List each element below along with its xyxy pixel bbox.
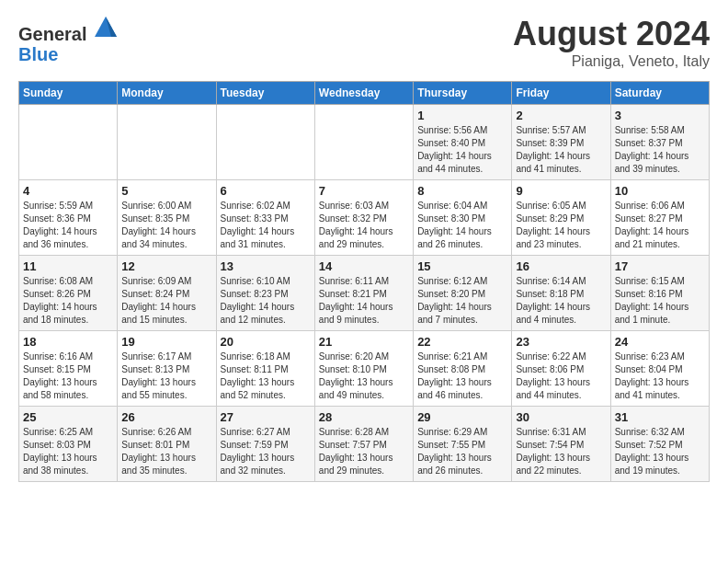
day-number: 7 [319, 184, 409, 198]
col-wednesday: Wednesday [314, 82, 413, 105]
day-number: 5 [121, 184, 211, 198]
logo-icon [93, 15, 119, 40]
cell-info: Sunrise: 6:12 AM Sunset: 8:20 PM Dayligh… [417, 275, 507, 327]
day-number: 12 [121, 259, 211, 273]
col-sunday: Sunday [19, 82, 118, 105]
day-number: 11 [23, 259, 113, 273]
header-row: Sunday Monday Tuesday Wednesday Thursday… [19, 82, 710, 105]
day-number: 28 [319, 410, 409, 424]
day-number: 16 [516, 259, 606, 273]
week-row-2: 4Sunrise: 5:59 AM Sunset: 8:36 PM Daylig… [19, 180, 710, 256]
col-thursday: Thursday [414, 82, 512, 105]
cell-info: Sunrise: 6:17 AM Sunset: 8:13 PM Dayligh… [121, 350, 211, 402]
title-block: August 2024 Pianiga, Veneto, Italy [513, 15, 710, 70]
day-number: 2 [516, 109, 606, 122]
calendar-cell: 6Sunrise: 6:02 AM Sunset: 8:33 PM Daylig… [216, 180, 314, 256]
calendar-cell: 28Sunrise: 6:28 AM Sunset: 7:57 PM Dayli… [314, 407, 413, 482]
cell-info: Sunrise: 6:09 AM Sunset: 8:24 PM Dayligh… [121, 275, 211, 327]
cell-info: Sunrise: 6:06 AM Sunset: 8:27 PM Dayligh… [615, 200, 705, 251]
cell-info: Sunrise: 6:25 AM Sunset: 8:03 PM Dayligh… [23, 426, 113, 477]
calendar-cell [216, 105, 314, 180]
day-number: 18 [23, 335, 113, 349]
day-number: 10 [615, 184, 705, 198]
cell-info: Sunrise: 6:14 AM Sunset: 8:18 PM Dayligh… [516, 275, 606, 327]
day-number: 30 [516, 410, 606, 424]
cell-info: Sunrise: 6:21 AM Sunset: 8:08 PM Dayligh… [417, 350, 507, 402]
cell-info: Sunrise: 6:03 AM Sunset: 8:32 PM Dayligh… [319, 200, 409, 251]
col-monday: Monday [118, 82, 216, 105]
day-number: 21 [319, 335, 409, 349]
day-number: 19 [121, 335, 211, 349]
logo: General Blue [18, 15, 119, 64]
day-number: 1 [417, 109, 507, 122]
calendar-cell: 26Sunrise: 6:26 AM Sunset: 8:01 PM Dayli… [118, 407, 216, 482]
day-number: 13 [221, 259, 311, 273]
cell-info: Sunrise: 6:08 AM Sunset: 8:26 PM Dayligh… [23, 275, 113, 327]
week-row-3: 11Sunrise: 6:08 AM Sunset: 8:26 PM Dayli… [19, 256, 710, 331]
cell-info: Sunrise: 6:11 AM Sunset: 8:21 PM Dayligh… [319, 275, 409, 327]
calendar-cell: 31Sunrise: 6:32 AM Sunset: 7:52 PM Dayli… [610, 407, 709, 482]
calendar-cell: 21Sunrise: 6:20 AM Sunset: 8:10 PM Dayli… [314, 331, 413, 407]
col-saturday: Saturday [610, 82, 709, 105]
week-row-5: 25Sunrise: 6:25 AM Sunset: 8:03 PM Dayli… [19, 407, 710, 482]
calendar-cell: 30Sunrise: 6:31 AM Sunset: 7:54 PM Dayli… [512, 407, 610, 482]
day-number: 4 [23, 184, 113, 198]
cell-info: Sunrise: 6:20 AM Sunset: 8:10 PM Dayligh… [319, 350, 409, 402]
cell-info: Sunrise: 6:26 AM Sunset: 8:01 PM Dayligh… [121, 426, 211, 477]
calendar-cell: 13Sunrise: 6:10 AM Sunset: 8:23 PM Dayli… [216, 256, 314, 331]
calendar-cell: 22Sunrise: 6:21 AM Sunset: 8:08 PM Dayli… [414, 331, 512, 407]
calendar-cell: 29Sunrise: 6:29 AM Sunset: 7:55 PM Dayli… [414, 407, 512, 482]
day-number: 14 [319, 259, 409, 273]
cell-info: Sunrise: 5:57 AM Sunset: 8:39 PM Dayligh… [516, 124, 606, 176]
calendar-cell [314, 105, 413, 180]
page: General Blue August 2024 Pianiga, Veneto… [0, 0, 728, 491]
calendar-cell: 3Sunrise: 5:58 AM Sunset: 8:37 PM Daylig… [610, 105, 709, 180]
calendar-cell: 10Sunrise: 6:06 AM Sunset: 8:27 PM Dayli… [610, 180, 709, 256]
day-number: 26 [121, 410, 211, 424]
cell-info: Sunrise: 6:22 AM Sunset: 8:06 PM Dayligh… [516, 350, 606, 402]
calendar-body: 1Sunrise: 5:56 AM Sunset: 8:40 PM Daylig… [19, 105, 710, 482]
calendar-cell: 25Sunrise: 6:25 AM Sunset: 8:03 PM Dayli… [19, 407, 118, 482]
day-number: 27 [221, 410, 311, 424]
week-row-4: 18Sunrise: 6:16 AM Sunset: 8:15 PM Dayli… [19, 331, 710, 407]
day-number: 22 [417, 335, 507, 349]
day-number: 9 [516, 184, 606, 198]
day-number: 6 [221, 184, 311, 198]
calendar-cell: 4Sunrise: 5:59 AM Sunset: 8:36 PM Daylig… [19, 180, 118, 256]
cell-info: Sunrise: 6:29 AM Sunset: 7:55 PM Dayligh… [417, 426, 507, 477]
day-number: 29 [417, 410, 507, 424]
day-number: 17 [615, 259, 705, 273]
day-number: 20 [221, 335, 311, 349]
cell-info: Sunrise: 6:15 AM Sunset: 8:16 PM Dayligh… [615, 275, 705, 327]
logo-blue: Blue [18, 44, 58, 64]
calendar-cell: 15Sunrise: 6:12 AM Sunset: 8:20 PM Dayli… [414, 256, 512, 331]
calendar-cell: 7Sunrise: 6:03 AM Sunset: 8:32 PM Daylig… [314, 180, 413, 256]
calendar-cell: 8Sunrise: 6:04 AM Sunset: 8:30 PM Daylig… [414, 180, 512, 256]
calendar-table: Sunday Monday Tuesday Wednesday Thursday… [18, 81, 710, 482]
cell-info: Sunrise: 6:02 AM Sunset: 8:33 PM Dayligh… [221, 200, 311, 251]
month-year: August 2024 [513, 15, 710, 53]
logo-text: General Blue [18, 15, 119, 64]
header: General Blue August 2024 Pianiga, Veneto… [18, 15, 710, 70]
cell-info: Sunrise: 6:23 AM Sunset: 8:04 PM Dayligh… [615, 350, 705, 402]
calendar-cell: 18Sunrise: 6:16 AM Sunset: 8:15 PM Dayli… [19, 331, 118, 407]
calendar-cell: 24Sunrise: 6:23 AM Sunset: 8:04 PM Dayli… [610, 331, 709, 407]
day-number: 31 [615, 410, 705, 424]
calendar-cell [19, 105, 118, 180]
day-number: 24 [615, 335, 705, 349]
calendar-cell: 12Sunrise: 6:09 AM Sunset: 8:24 PM Dayli… [118, 256, 216, 331]
calendar-header: Sunday Monday Tuesday Wednesday Thursday… [19, 82, 710, 105]
cell-info: Sunrise: 5:59 AM Sunset: 8:36 PM Dayligh… [23, 200, 113, 251]
calendar-cell: 14Sunrise: 6:11 AM Sunset: 8:21 PM Dayli… [314, 256, 413, 331]
calendar-cell: 1Sunrise: 5:56 AM Sunset: 8:40 PM Daylig… [414, 105, 512, 180]
calendar-cell: 9Sunrise: 6:05 AM Sunset: 8:29 PM Daylig… [512, 180, 610, 256]
calendar-cell: 16Sunrise: 6:14 AM Sunset: 8:18 PM Dayli… [512, 256, 610, 331]
cell-info: Sunrise: 6:04 AM Sunset: 8:30 PM Dayligh… [417, 200, 507, 251]
day-number: 3 [615, 109, 705, 122]
calendar-cell: 5Sunrise: 6:00 AM Sunset: 8:35 PM Daylig… [118, 180, 216, 256]
col-friday: Friday [512, 82, 610, 105]
day-number: 23 [516, 335, 606, 349]
calendar-cell: 27Sunrise: 6:27 AM Sunset: 7:59 PM Dayli… [216, 407, 314, 482]
calendar-cell: 11Sunrise: 6:08 AM Sunset: 8:26 PM Dayli… [19, 256, 118, 331]
calendar-cell: 17Sunrise: 6:15 AM Sunset: 8:16 PM Dayli… [610, 256, 709, 331]
